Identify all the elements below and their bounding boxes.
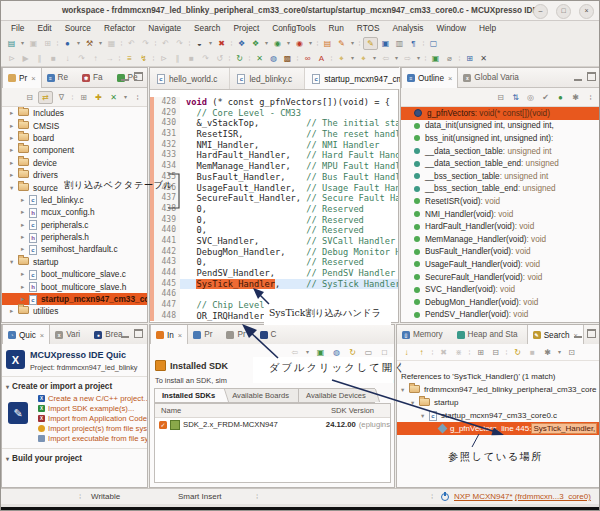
- new-window-icon[interactable]: ▣: [429, 52, 442, 65]
- code-line[interactable]: 442 DebugMon_Handler, // Debug Monitor H…: [150, 247, 398, 258]
- minimize-button[interactable]: –: [533, 4, 548, 19]
- back-history-icon[interactable]: ⇦: [379, 52, 392, 65]
- sep[interactable]: ⁞: [467, 346, 472, 359]
- maximize-icon[interactable]: □: [378, 346, 391, 359]
- menu-item[interactable]: Help: [477, 22, 498, 34]
- expand-arrow-icon[interactable]: ▸: [21, 283, 29, 291]
- tree-item[interactable]: ▸ device: [2, 157, 147, 169]
- expand-arrow-icon[interactable]: ▸: [21, 295, 29, 303]
- forward-dropdown[interactable]: ▾: [415, 52, 422, 65]
- menu-item[interactable]: Source: [63, 22, 93, 34]
- instruction-stepping-icon[interactable]: →: [103, 52, 116, 65]
- sep[interactable]: ⁞: [227, 52, 232, 65]
- globe-icon[interactable]: ◍: [267, 52, 280, 65]
- code-line[interactable]: 432 NMI_Handler, // NMI Handler: [150, 140, 398, 151]
- link-icon[interactable]: ∞: [301, 52, 314, 65]
- outline-item[interactable]: data_init(unsigned int, unsigned int,: [401, 120, 600, 133]
- tab-variables[interactable]: x Vari: [50, 325, 89, 344]
- column-name[interactable]: Name: [155, 406, 331, 415]
- tab-hello-world[interactable]: c hello_world.c: [150, 68, 230, 89]
- filter-icon[interactable]: ∇: [55, 91, 68, 104]
- outline-item[interactable]: MemManage_Handler(void) : void: [401, 233, 600, 246]
- sdk-subtab[interactable]: Installed SDKs: [154, 388, 224, 403]
- run-dropdown[interactable]: ▾: [263, 37, 270, 50]
- sep[interactable]: ⁞: [421, 37, 426, 50]
- expand-arrow-icon[interactable]: ▸: [21, 245, 29, 253]
- section-build[interactable]: ▾Build your project: [2, 448, 147, 465]
- profile-icon[interactable]: ◉: [293, 37, 306, 50]
- sep[interactable]: ⁞: [70, 91, 75, 104]
- tab-installed-sdks[interactable]: In×: [150, 325, 188, 345]
- filters-icon[interactable]: ✱: [569, 91, 582, 104]
- menu-item[interactable]: Refactor: [102, 22, 137, 34]
- menu-item[interactable]: Search: [192, 22, 222, 34]
- tree-item[interactable]: ▸ c boot_multicore_slave.c: [2, 268, 147, 280]
- profile-dropdown[interactable]: ▾: [307, 37, 314, 50]
- tree-item[interactable]: ▸ c peripherals.c: [2, 219, 147, 231]
- target-project-link[interactable]: (frdmmcxn...3_core0): [515, 492, 591, 501]
- close-button[interactable]: ×: [579, 4, 594, 19]
- view-menu-icon[interactable]: ⁞: [131, 91, 144, 104]
- mark-icon[interactable]: ⌖: [357, 52, 370, 65]
- expand-arrow-icon[interactable]: ▾: [411, 399, 419, 407]
- forward-icon[interactable]: ↷: [173, 37, 186, 50]
- expand-icon[interactable]: ⊞: [77, 91, 90, 104]
- tab-memory[interactable]: ▯ Memory: [397, 325, 452, 344]
- highlight-pen-icon[interactable]: ✎: [363, 37, 378, 50]
- mark-dropdown[interactable]: ▾: [371, 52, 378, 65]
- debug-bug-icon[interactable]: ❖: [235, 37, 248, 50]
- save-all-icon[interactable]: ⊞: [41, 37, 54, 50]
- step4-icon[interactable]: ■: [185, 52, 198, 65]
- expand-arrow-icon[interactable]: ▾: [401, 386, 409, 394]
- debug-dropdown[interactable]: ▾: [75, 37, 82, 50]
- search-result-folder[interactable]: ▾ startup: [397, 396, 600, 409]
- debug-config-icon[interactable]: ❖: [249, 37, 262, 50]
- package-icon[interactable]: ▩: [281, 52, 294, 65]
- sdk-subtab[interactable]: Available Boards: [224, 388, 298, 403]
- remove-all-icon[interactable]: ⋇: [452, 346, 465, 359]
- sep[interactable]: ⁞: [119, 37, 124, 50]
- tree-item[interactable]: ▾ source: [2, 181, 147, 193]
- tab-project-explorer[interactable]: Pr×: [2, 68, 42, 88]
- close-icon[interactable]: ×: [448, 74, 452, 83]
- stop-icon[interactable]: ■: [47, 52, 60, 65]
- sep[interactable]: ⁞: [423, 52, 428, 65]
- outline-item[interactable]: BusFault_Handler(void) : void: [401, 246, 600, 259]
- sep[interactable]: ⁞: [504, 346, 509, 359]
- sep[interactable]: ⁞: [117, 52, 122, 65]
- search-icon[interactable]: ⌀: [443, 52, 456, 65]
- maximize-view-icon[interactable]: [587, 329, 596, 338]
- menu-item[interactable]: Edit: [35, 22, 53, 34]
- menu-item[interactable]: Run: [327, 22, 346, 34]
- tree-item[interactable]: ▸ CMSIS: [2, 119, 147, 131]
- tab-registers[interactable]: ≡ Re: [42, 68, 77, 87]
- sep[interactable]: ⁞: [153, 37, 158, 50]
- expand-arrow-icon[interactable]: ▾: [10, 258, 18, 266]
- build-dropdown[interactable]: ▾: [97, 37, 104, 50]
- expand-arrow-icon[interactable]: ▸: [10, 307, 18, 315]
- pin-dropdown[interactable]: ▾: [349, 52, 356, 65]
- code-line[interactable]: 441 SVC_Handler, // SVCall Handler: [150, 236, 398, 247]
- step3-icon[interactable]: ∥: [171, 52, 184, 65]
- console-icon[interactable]: ▢: [427, 37, 440, 50]
- code-line[interactable]: 448 OR_IRQHandler, IRQ: [150, 311, 398, 322]
- history-icon[interactable]: ✱: [541, 346, 554, 359]
- section-create-import[interactable]: ▾Create or import a project: [2, 376, 147, 393]
- add-icon[interactable]: ✚: [92, 91, 105, 104]
- menu-item[interactable]: Window: [434, 22, 468, 34]
- code-line[interactable]: 439 0, // Reserved: [150, 215, 398, 226]
- code-line[interactable]: 431 ResetISR, // The reset handler: [150, 129, 398, 140]
- restart-icon[interactable]: ⊳: [5, 52, 18, 65]
- collapse-all-icon[interactable]: ⊟: [494, 91, 507, 104]
- tree-item[interactable]: ▸ Includes: [2, 107, 147, 119]
- hide-fields-icon[interactable]: ◎: [524, 91, 537, 104]
- sdk-checkbox[interactable]: ✓: [159, 421, 167, 429]
- code-line[interactable]: 446: [150, 289, 398, 300]
- tab-global-variables[interactable]: x Global Varia: [458, 68, 527, 87]
- build-hammer-icon[interactable]: ⚒: [83, 37, 96, 50]
- edit-dropdown[interactable]: ▾: [349, 37, 356, 50]
- outline-item[interactable]: ResetISR(void) : void: [401, 195, 600, 208]
- sep[interactable]: ⁞: [295, 52, 300, 65]
- outline-item[interactable]: __bss_section_table_end : unsigned: [401, 183, 600, 196]
- minimize-view-icon[interactable]: [121, 73, 129, 81]
